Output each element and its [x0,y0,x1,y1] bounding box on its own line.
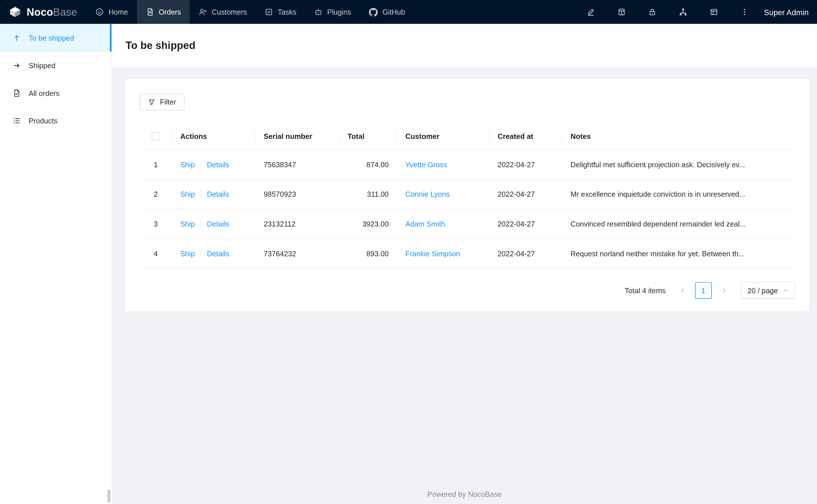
sidebar-item-shipped[interactable]: Shipped [0,52,111,79]
customer-link[interactable]: Frankie Simpson [405,249,460,258]
more-icon [740,8,749,16]
ship-link[interactable]: Ship [180,249,195,258]
column-header-serial: Serial number [256,123,339,150]
chevron-left-icon [679,288,686,294]
lock-icon [648,8,656,16]
created-at-cell: 2022-04-27 [489,180,562,210]
select-all-checkbox[interactable] [152,132,160,141]
more-button[interactable] [729,0,760,24]
page-title: To be shipped [125,39,195,51]
column-header-actions: Actions [172,123,256,150]
customer-link[interactable]: Yvette Gross [405,161,447,169]
notes-cell: Convinced resembled dependent remainder … [562,209,795,239]
customer-link[interactable]: Adam Smith [405,220,445,228]
serial-cell: 73764232 [256,239,339,269]
serial-cell: 23132112 [256,209,339,239]
ship-link[interactable]: Ship [180,161,195,169]
details-link[interactable]: Details [207,161,229,169]
prev-page-button[interactable] [674,282,691,299]
next-page-button[interactable] [716,282,733,299]
details-link[interactable]: Details [207,190,229,198]
column-header-select [139,123,172,150]
action-divider [201,191,201,198]
sidebar-item-products[interactable]: Products [0,107,111,134]
plugins-icon [314,8,323,16]
collections-button[interactable] [606,0,637,24]
customer-cell: Yvette Gross [397,150,489,180]
page-header: To be shipped [112,24,817,67]
nav-item-label: Orders [159,8,181,16]
row-index: 2 [139,180,172,210]
workflow-button[interactable] [668,0,698,24]
layout-button[interactable] [698,0,729,24]
nav-item-label: Home [108,8,128,16]
ui-editor-button[interactable] [575,0,606,24]
orders-icon [146,8,154,16]
top-navbar: NocoBase Home Orders [0,0,817,24]
ship-link[interactable]: Ship [180,190,195,198]
table-row: 3 ShipDetails 23132112 3923.00 Adam Smit… [139,209,795,239]
column-header-total: Total [339,123,397,150]
nav-item-orders[interactable]: Orders [137,0,190,24]
page-size-select[interactable]: 20 / page [741,282,795,299]
table-icon [617,8,626,16]
table-row: 2 ShipDetails 98570923 311.00 Connie Lyo… [139,180,795,210]
user-menu[interactable]: Super Admin [760,7,817,16]
main-area: To be shipped Shipped [0,24,817,504]
created-at-cell: 2022-04-27 [489,239,562,269]
sidebar-item-to-be-shipped[interactable]: To be shipped [0,24,111,52]
row-index: 1 [139,150,172,180]
highlighter-icon [586,8,595,16]
orders-card: Filter Actions Serial number [125,79,809,311]
sidebar-item-label: To be shipped [29,34,74,42]
sidebar-scrollbar[interactable] [107,489,110,503]
chevron-down-icon [783,288,788,293]
nav-item-home[interactable]: Home [87,0,137,24]
serial-cell: 98570923 [256,180,339,210]
nav-item-tasks[interactable]: Tasks [256,0,305,24]
ship-link[interactable]: Ship [180,220,195,228]
total-cell: 3923.00 [339,209,397,239]
table-row: 4 ShipDetails 73764232 893.00 Frankie Si… [139,239,795,269]
total-cell: 874.00 [339,150,397,180]
nocobase-logo[interactable]: NocoBase [0,0,87,24]
serial-cell: 75638347 [256,150,339,180]
powered-by-footer: Powered by NocoBase [112,490,817,504]
created-at-cell: 2022-04-27 [489,150,562,180]
tasks-icon [265,8,273,16]
access-control-button[interactable] [637,0,667,24]
logo-text: NocoBase [27,6,77,18]
nav-item-plugins[interactable]: Plugins [305,0,360,24]
customer-cell: Connie Lyons [397,180,489,210]
list-icon [13,116,21,125]
details-link[interactable]: Details [207,220,229,228]
row-actions: ShipDetails [172,180,256,210]
table-row: 1 ShipDetails 75638347 874.00 Yvette Gro… [139,150,795,180]
row-actions: ShipDetails [172,150,256,180]
column-header-created: Created at [489,123,562,150]
row-index: 3 [139,209,172,239]
pagination: Total 4 items 1 [139,282,795,299]
layout-icon [710,8,718,16]
filter-button[interactable]: Filter [139,94,184,110]
github-icon [369,7,378,16]
notes-cell: Mr excellence inquietude conviction is i… [562,180,795,210]
action-divider [201,250,201,257]
column-header-notes: Notes [562,123,795,150]
customer-cell: Frankie Simpson [397,239,489,269]
nav-item-customers[interactable]: Customers [190,0,256,24]
nav-item-label: GitHub [382,8,405,16]
page-size-value: 20 / page [748,287,778,295]
sidebar-item-label: Shipped [29,61,55,70]
filter-icon [148,99,155,106]
sidebar-item-all-orders[interactable]: All orders [0,79,111,107]
navbar-right: Super Admin [575,0,817,24]
page-1-button[interactable]: 1 [695,282,712,299]
total-cell: 311.00 [339,180,397,210]
content-area: To be shipped Filter [112,24,817,504]
app-root: NocoBase Home Orders [0,0,817,504]
customer-link[interactable]: Connie Lyons [405,190,450,198]
details-link[interactable]: Details [207,249,229,258]
notes-cell: Delightful met sufficient projection ask… [562,150,795,180]
nav-item-github[interactable]: GitHub [360,0,414,24]
